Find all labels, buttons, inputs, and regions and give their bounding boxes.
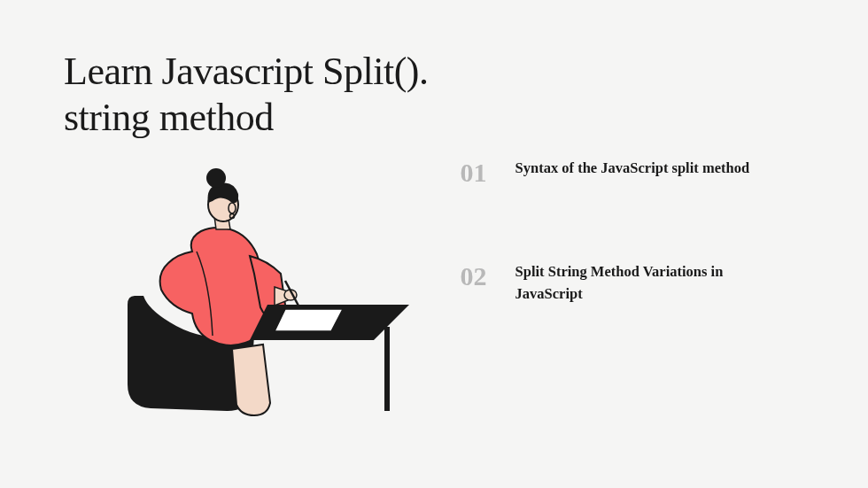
toc-item-1: 01 Syntax of the JavaScript split method [461,158,797,186]
desk-leg [384,327,390,411]
toc-number: 01 [461,158,515,186]
illustration-svg [108,167,418,424]
person-writing-illustration [108,167,452,428]
leg-shape [232,345,270,415]
toc-number: 02 [461,261,515,290]
paper [275,309,343,331]
slide-container: Learn Javascript Split(). string method [0,0,868,488]
left-column: Learn Javascript Split(). string method [0,0,452,488]
toc-text: Split String Method Variations in JavaSc… [515,261,755,306]
page-title: Learn Javascript Split(). string method [64,49,452,141]
toc-item-2: 02 Split String Method Variations in Jav… [461,261,797,306]
hair-bun [206,168,226,188]
right-column: 01 Syntax of the JavaScript split method… [452,0,868,488]
ear [229,203,236,213]
toc-text: Syntax of the JavaScript split method [515,158,749,180]
